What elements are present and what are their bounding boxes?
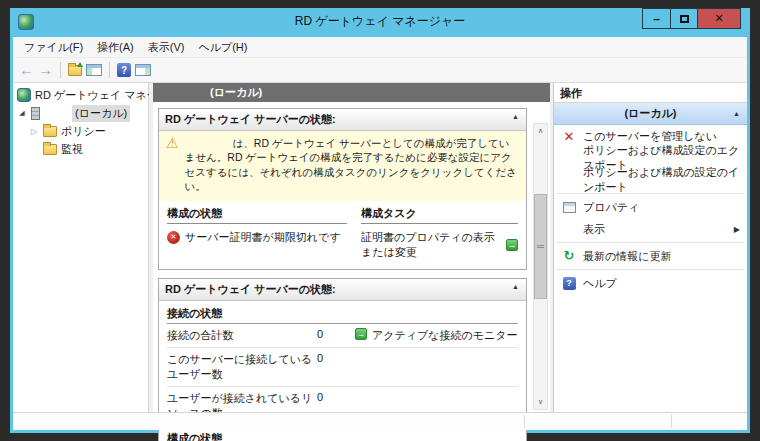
- go-arrow-icon[interactable]: →: [506, 239, 518, 251]
- cert-expired-status: サーバー証明書が期限切れです: [185, 230, 341, 245]
- window-controls: – ✕: [642, 8, 741, 29]
- title-bar: RD ゲートウェイ マネージャー – ✕: [13, 8, 747, 37]
- properties-icon: [563, 202, 576, 213]
- action-properties[interactable]: プロパティ: [554, 196, 747, 218]
- action-label: 表示: [583, 222, 605, 237]
- collapse-icon[interactable]: ▲: [733, 110, 740, 117]
- tree-policies-label: ポリシー: [61, 124, 106, 139]
- close-button[interactable]: ✕: [698, 8, 741, 29]
- go-arrow-icon[interactable]: →: [355, 328, 367, 340]
- connected-users-label: このサーバーに接続しているユーザー数: [167, 352, 317, 382]
- action-label: 最新の情報に更新: [583, 249, 672, 264]
- connected-users-value: 0: [317, 352, 355, 364]
- folder-icon: [43, 144, 57, 155]
- tree-node-policies[interactable]: ▷ ポリシー: [13, 122, 148, 140]
- close-icon: ✕: [714, 12, 723, 25]
- help-icon[interactable]: ?: [117, 63, 131, 77]
- tree-collapsed-icon[interactable]: ▷: [29, 127, 39, 136]
- monitor-connections-link[interactable]: アクティブな接続のモニター: [372, 328, 518, 343]
- warning-text: は、RD ゲートウェイ サーバーとしての構成が完了していません。RD ゲートウェ…: [185, 136, 518, 194]
- collapse-icon[interactable]: ▲: [512, 283, 519, 290]
- toolbar: ← → ?: [13, 58, 747, 83]
- action-help[interactable]: ? ヘルプ: [554, 272, 747, 294]
- menu-help[interactable]: ヘルプ(H): [191, 38, 254, 57]
- rd-gateway-icon: [17, 88, 31, 102]
- help-icon: ?: [563, 277, 576, 290]
- config-status-table: 構成の状態 構成タスク ✕ サーバー証明書が期限切れです 証明: [159, 201, 526, 269]
- status-bar-divider: [671, 415, 672, 428]
- minimize-button[interactable]: –: [642, 8, 671, 29]
- up-arrow-icon: [77, 62, 83, 67]
- folder-icon: [43, 126, 57, 137]
- maximize-button[interactable]: [671, 8, 698, 29]
- actions-group-header[interactable]: (ローカル) ▲: [554, 103, 747, 125]
- server-status-box-title: RD ゲートウェイ サーバーの状態:: [165, 283, 336, 295]
- main-area: RD ゲートウェイ マネージャー ◢ (ローカル) ▷ ポリシー 監視: [13, 83, 747, 412]
- actions-pane-title: 操作: [554, 83, 747, 103]
- actions-separator: [557, 269, 744, 270]
- server-status-box-header: RD ゲートウェイ サーバーの状態: ▲: [159, 279, 526, 301]
- action-label: このサーバーを管理しない: [583, 129, 717, 144]
- toolbar-separator: [60, 62, 61, 78]
- tree-server-node[interactable]: ◢ (ローカル): [13, 104, 148, 122]
- col-config-status: 構成の状態: [167, 203, 347, 224]
- error-icon: ✕: [167, 231, 180, 244]
- toolbar-separator: [109, 62, 110, 78]
- connection-status-title: 接続の状態: [167, 301, 518, 324]
- config-status-box: RD ゲートウェイ サーバーの状態: ▲ ⚠ は、RD ゲートウェイ サーバーと…: [158, 108, 527, 270]
- total-connections-label: 接続の合計数: [167, 328, 233, 343]
- red-x-icon: ✕: [564, 129, 575, 144]
- config-status-box-header: RD ゲートウェイ サーバーの状態: ▲: [159, 109, 526, 131]
- scrollbar-thumb[interactable]: [534, 194, 547, 299]
- minimize-icon: –: [653, 12, 660, 26]
- action-label: ポリシーおよび構成の設定のインポート: [583, 165, 740, 195]
- tree-monitoring-label: 監視: [61, 142, 83, 157]
- col-config-task: 構成タスク: [361, 203, 518, 224]
- scroll-up-icon[interactable]: ∧: [534, 124, 547, 138]
- vertical-scrollbar[interactable]: ∧ ∨: [533, 123, 548, 410]
- scroll-down-icon[interactable]: ∨: [534, 395, 547, 409]
- cert-properties-link[interactable]: 証明書のプロパティの表示または変更: [361, 230, 501, 260]
- action-import-settings[interactable]: ポリシーおよび構成の設定のインポート: [554, 169, 747, 191]
- window-title: RD ゲートウェイ マネージャー: [13, 8, 747, 37]
- app-window: RD ゲートウェイ マネージャー – ✕ ファイル(F) 操作(A) 表示(V)…: [10, 8, 750, 433]
- warning-banner: ⚠ は、RD ゲートウェイ サーバーとしての構成が完了していません。RD ゲート…: [159, 131, 526, 201]
- maximize-icon: [680, 15, 689, 23]
- status-bar: [13, 412, 747, 430]
- actions-group-label: (ローカル): [624, 106, 676, 121]
- config-status-box-title: RD ゲートウェイ サーバーの状態:: [165, 113, 336, 125]
- client-area: ファイル(F) 操作(A) 表示(V) ヘルプ(H) ← → ? RD ゲートウ…: [13, 37, 747, 430]
- tree-root[interactable]: RD ゲートウェイ マネージャー: [13, 86, 148, 104]
- actions-separator: [557, 193, 744, 194]
- action-label: プロパティ: [583, 200, 639, 215]
- results-pane-content: RD ゲートウェイ サーバーの状態: ▲ ⚠ は、RD ゲートウェイ サーバーと…: [153, 102, 550, 412]
- action-view[interactable]: 表示 ▶: [554, 218, 747, 240]
- list-item: このサーバーに接続しているユーザー数 0: [167, 348, 518, 387]
- menu-file[interactable]: ファイル(F): [17, 38, 90, 57]
- warning-icon: ⚠: [166, 136, 179, 194]
- status-bar-divider: [524, 415, 525, 428]
- menu-view[interactable]: 表示(V): [141, 38, 192, 57]
- tree-expanded-icon[interactable]: ◢: [17, 109, 27, 117]
- refresh-icon: ↻: [564, 250, 575, 262]
- menu-action[interactable]: 操作(A): [90, 38, 141, 57]
- forward-icon[interactable]: →: [38, 63, 53, 77]
- thumb-grip: [537, 245, 544, 248]
- folder-up-icon[interactable]: [68, 65, 82, 76]
- table-row: ✕ サーバー証明書が期限切れです 証明書のプロパティの表示または変更 →: [167, 224, 518, 263]
- collapse-icon[interactable]: ▲: [512, 113, 519, 120]
- submenu-arrow-icon: ▶: [734, 225, 740, 234]
- console-tree-toggle-icon[interactable]: [86, 64, 102, 76]
- actions-pane: 操作 (ローカル) ▲ ✕ このサーバーを管理しない ポリシーおよび構成設定のエ…: [553, 83, 747, 412]
- tree-node-monitoring[interactable]: 監視: [13, 140, 148, 158]
- action-label: ヘルプ: [583, 276, 617, 291]
- action-pane-toggle-icon[interactable]: [135, 64, 151, 76]
- console-tree: RD ゲートウェイ マネージャー ◢ (ローカル) ▷ ポリシー 監視: [13, 83, 149, 412]
- results-pane-header: (ローカル): [153, 83, 550, 102]
- connected-resources-value: 0: [317, 391, 355, 403]
- actions-separator: [557, 242, 744, 243]
- back-icon[interactable]: ←: [19, 63, 34, 77]
- menu-bar: ファイル(F) 操作(A) 表示(V) ヘルプ(H): [13, 37, 747, 58]
- server-icon: [31, 107, 40, 120]
- action-refresh[interactable]: ↻ 最新の情報に更新: [554, 245, 747, 267]
